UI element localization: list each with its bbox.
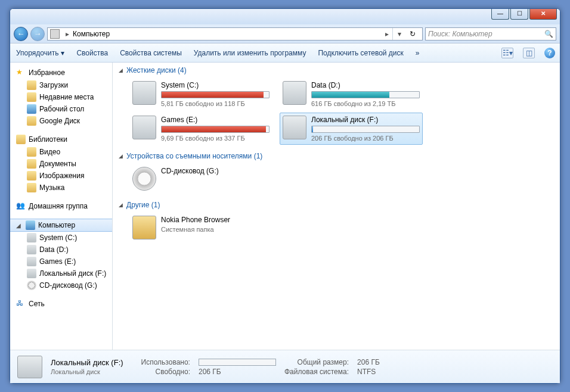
drive-icon <box>132 116 156 139</box>
item-subtitle: Системная папка <box>161 226 269 233</box>
maximize-button[interactable]: ☐ <box>510 9 528 20</box>
libraries-icon <box>16 135 26 144</box>
nokia-phone-browser[interactable]: Nokia Phone Browser Системная папка <box>129 213 272 242</box>
network-icon: 🖧 <box>16 299 26 309</box>
drive-icon <box>132 81 156 105</box>
drive-icon <box>27 269 36 278</box>
folder-icon <box>132 216 156 239</box>
drive-icon <box>283 81 306 105</box>
item-label: Nokia Phone Browser <box>161 216 269 224</box>
libraries-group[interactable]: Библиотеки <box>10 133 112 146</box>
breadcrumb-arrow[interactable]: ▸ <box>382 30 392 38</box>
drive-e[interactable]: Games (E:) 9,69 ГБ свободно из 337 ГБ <box>129 113 272 145</box>
nav-google-drive[interactable]: Google Диск <box>10 115 112 127</box>
map-drive-button[interactable]: Подключить сетевой диск <box>317 46 404 60</box>
fs-label: Файловая система: <box>284 368 349 376</box>
drive-stat: 5,81 ГБ свободно из 118 ГБ <box>161 100 269 107</box>
back-button[interactable]: ← <box>14 27 28 41</box>
properties-button[interactable]: Свойства <box>75 46 109 60</box>
drive-d[interactable]: Data (D:) 616 ГБ свободно из 2,19 ТБ <box>280 78 423 110</box>
collapse-icon: ◢ <box>119 67 123 73</box>
homegroup[interactable]: 👥Домашняя группа <box>10 200 112 213</box>
nav-drive-e[interactable]: Games (E:) <box>10 256 112 267</box>
drive-icon <box>27 233 36 242</box>
chevron-down-icon: ◢ <box>16 222 21 229</box>
nav-music[interactable]: Музыка <box>10 182 112 194</box>
drive-f[interactable]: Локальный диск (F:) 206 ГБ свободно из 2… <box>280 113 423 145</box>
favorites-group[interactable]: ★Избранное <box>10 66 112 79</box>
desktop-icon <box>27 104 36 114</box>
nav-drive-f[interactable]: Локальный диск (F:) <box>10 267 112 279</box>
details-pane: Локальный диск (F:) Локальный диск Испол… <box>10 350 560 383</box>
fs-value: NTFS <box>357 368 380 376</box>
collapse-icon: ◢ <box>119 202 123 208</box>
drive-label: System (C:) <box>161 81 269 89</box>
collapse-icon: ◢ <box>119 153 123 159</box>
nav-videos[interactable]: Видео <box>10 146 112 158</box>
uninstall-button[interactable]: Удалить или изменить программу <box>193 46 308 60</box>
drive-label: Data (D:) <box>311 81 420 89</box>
close-button[interactable]: ✕ <box>529 9 557 20</box>
picture-icon <box>27 171 36 181</box>
section-hard-disks[interactable]: ◢Жесткие диски (4) <box>119 66 554 74</box>
usage-bar <box>199 359 276 366</box>
organize-button[interactable]: Упорядочить ▾ <box>15 46 66 60</box>
forward-button[interactable]: → <box>30 27 45 41</box>
breadcrumb-location[interactable]: Компьютер <box>73 30 382 38</box>
help-button[interactable]: ? <box>544 48 555 58</box>
minimize-button[interactable]: — <box>491 9 509 20</box>
drive-stat: 206 ГБ свободно из 206 ГБ <box>311 135 420 142</box>
address-field[interactable]: ▸ Компьютер ▸ ▾ ↻ <box>47 27 423 41</box>
nav-computer[interactable]: ◢Компьютер <box>10 219 112 232</box>
search-input[interactable]: Поиск: Компьютер 🔍 <box>425 27 556 41</box>
folder-icon <box>27 116 36 126</box>
section-other[interactable]: ◢Другие (1) <box>119 201 554 209</box>
drive-icon <box>27 257 36 266</box>
navigation-pane: ★Избранное Загрузки Недавние места Рабоч… <box>10 63 113 350</box>
drive-label: CD-дисковод (G:) <box>161 167 269 175</box>
network-group[interactable]: 🖧Сеть <box>10 297 112 310</box>
drive-g[interactable]: CD-дисковод (G:) <box>129 164 272 194</box>
document-icon <box>27 159 36 169</box>
nav-drive-g[interactable]: CD-дисковод (G:) <box>10 279 112 291</box>
nav-drive-c[interactable]: System (C:) <box>10 232 112 244</box>
drive-stat: 616 ГБ свободно из 2,19 ТБ <box>311 100 420 107</box>
usage-bar <box>311 91 420 98</box>
disc-icon <box>27 281 36 290</box>
total-label: Общий размер: <box>284 358 349 366</box>
toolbar-overflow[interactable]: » <box>414 46 421 60</box>
search-icon: 🔍 <box>544 30 553 38</box>
nav-pictures[interactable]: Изображения <box>10 170 112 182</box>
drive-icon <box>17 356 42 378</box>
preview-pane-button[interactable]: ◫ <box>523 48 535 58</box>
usage-bar <box>161 126 269 133</box>
nav-documents[interactable]: Документы <box>10 158 112 170</box>
nav-desktop[interactable]: Рабочий стол <box>10 103 112 115</box>
details-type: Локальный диск <box>51 368 123 375</box>
address-dropdown[interactable]: ▾ <box>392 28 405 40</box>
nav-drive-d[interactable]: Data (D:) <box>10 244 112 256</box>
star-icon: ★ <box>16 68 26 77</box>
computer-icon <box>26 220 35 230</box>
breadcrumb-arrow: ▸ <box>62 30 73 38</box>
drive-label: Games (E:) <box>161 116 269 124</box>
drive-icon <box>27 245 36 254</box>
view-options-button[interactable]: ☷▾ <box>501 48 513 58</box>
total-value: 206 ГБ <box>357 358 380 366</box>
nav-downloads[interactable]: Загрузки <box>10 79 112 91</box>
drive-c[interactable]: System (C:) 5,81 ГБ свободно из 118 ГБ <box>129 78 272 110</box>
refresh-button[interactable]: ↻ <box>405 30 420 38</box>
computer-icon <box>50 29 60 39</box>
system-properties-button[interactable]: Свойства системы <box>119 46 183 60</box>
address-bar: ← → ▸ Компьютер ▸ ▾ ↻ Поиск: Компьютер 🔍 <box>10 24 560 43</box>
section-removable[interactable]: ◢Устройства со съемными носителями (1) <box>119 152 554 160</box>
folder-icon <box>27 92 36 102</box>
content-area: ◢Жесткие диски (4) System (C:) 5,81 ГБ с… <box>113 63 560 350</box>
titlebar: — ☐ ✕ <box>10 9 560 24</box>
homegroup-icon: 👥 <box>16 201 26 211</box>
details-name: Локальный диск (F:) <box>51 358 123 367</box>
nav-recent[interactable]: Недавние места <box>10 91 112 103</box>
toolbar: Упорядочить ▾ Свойства Свойства системы … <box>10 43 560 63</box>
video-icon <box>27 147 36 157</box>
free-value: 206 ГБ <box>199 368 276 376</box>
